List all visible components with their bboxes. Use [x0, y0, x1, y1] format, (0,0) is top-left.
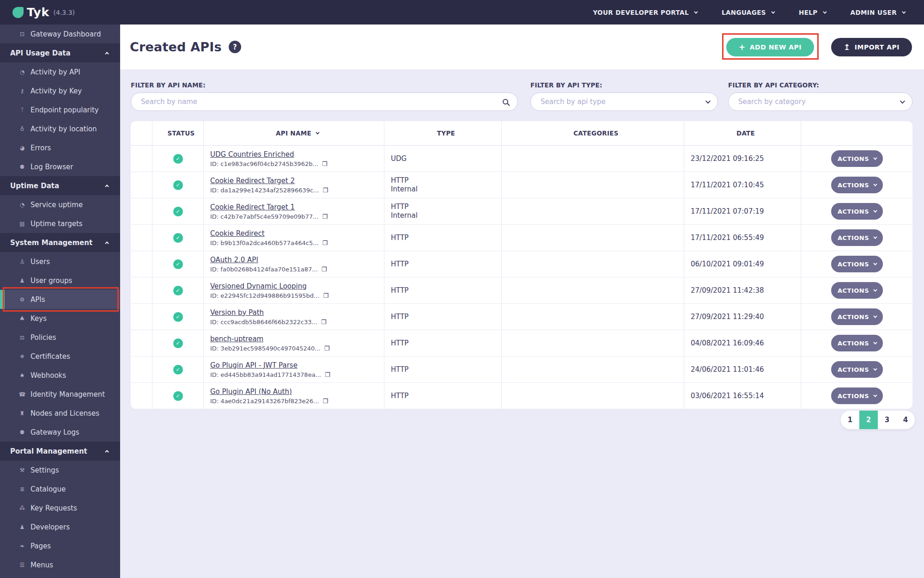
actions-button[interactable]: ACTIONS [831, 229, 883, 246]
sidebar-header-uptime-data[interactable]: Uptime Data [0, 176, 120, 195]
sidebar-item-settings[interactable]: ⚒ Settings [0, 461, 120, 480]
sidebar-item-pages[interactable]: ❧ Pages [0, 536, 120, 555]
topbar-menu-languages[interactable]: LANGUAGES [722, 9, 774, 16]
actions-button[interactable]: ACTIONS [831, 177, 883, 193]
sidebar-header-portal-management[interactable]: Portal Management [0, 442, 120, 461]
sidebar-item-endpoint-popularity[interactable]: ᛉ Endpoint popularity [0, 100, 120, 119]
actions-button[interactable]: ACTIONS [831, 308, 883, 325]
actions-button[interactable]: ACTIONS [831, 335, 883, 351]
api-categories-cell [501, 198, 684, 224]
sidebar-item-activity-by-key[interactable]: ⚷ Activity by Key [0, 81, 120, 100]
sidebar-item-nodes-and-licenses[interactable]: ♜ Nodes and Licenses [0, 404, 120, 423]
sidebar-item-activity-by-location[interactable]: ♁ Activity by location [0, 119, 120, 138]
sidebar-item-users[interactable]: ♙ Users [0, 252, 120, 271]
status-active-icon: ✓ [173, 338, 183, 348]
table-icon: ▤ [18, 221, 26, 227]
column-status: STATUS [152, 121, 203, 145]
copy-icon[interactable]: ❐ [323, 187, 328, 194]
pagination-page-2[interactable]: 2 [859, 411, 878, 429]
sidebar: ⊡ Gateway Dashboard API Usage Data ◔ Act… [0, 25, 120, 578]
key-icon: ⚷ [18, 88, 26, 94]
topbar-menu-your-developer-portal[interactable]: YOUR DEVELOPER PORTAL [593, 9, 697, 16]
chevron-down-icon [705, 98, 711, 104]
actions-button[interactable]: ACTIONS [831, 256, 883, 272]
user-group-icon: ♟ [18, 524, 26, 530]
api-name-link[interactable]: Go Plugin API - JWT Parse [210, 361, 298, 369]
actions-button[interactable]: ACTIONS [831, 150, 883, 167]
api-type-cell: HTTP [384, 357, 501, 382]
api-name-link[interactable]: bench-uptream [210, 335, 263, 343]
tyk-logo[interactable]: Tyk [12, 6, 49, 19]
api-name-link[interactable]: Version by Path [210, 308, 264, 317]
api-name-link[interactable]: UDG Countries Enriched [210, 150, 294, 159]
sidebar-item-developers[interactable]: ♟ Developers [0, 517, 120, 536]
copy-icon[interactable]: ❐ [323, 292, 328, 299]
api-id-text: ID: e22945fc12d949886b91595bd... [210, 292, 319, 299]
pagination-page-3[interactable]: 3 [878, 411, 896, 429]
search-icon[interactable] [503, 99, 508, 105]
sidebar-item-catalogue[interactable]: ≣ Catalogue [0, 480, 120, 498]
api-type-cell: HTTP [384, 225, 501, 251]
sidebar-item-apis[interactable]: ⚙ APIs [0, 290, 120, 309]
chevron-up-icon [105, 450, 109, 454]
sidebar-item-uptime-targets[interactable]: ▤ Uptime targets [0, 214, 120, 233]
api-name-link[interactable]: Cookie Redirect Target 2 [210, 177, 295, 185]
copy-icon[interactable]: ❐ [322, 160, 328, 167]
chevron-up-icon [105, 184, 109, 188]
main-area: Created APIs ? + ADD NEW API ↥ IMPORT AP… [120, 25, 924, 578]
topbar-menu-help[interactable]: HELP [799, 9, 826, 16]
topbar-menu-admin-user[interactable]: ADMIN USER [851, 9, 905, 16]
api-type-cell: HTTP [384, 304, 501, 330]
user-group-icon: ♟ [18, 277, 26, 284]
api-id-text: ID: b9b13f0a2dca460b577a464c5... [210, 240, 319, 246]
sidebar-item-gateway-dashboard[interactable]: ⊡ Gateway Dashboard [0, 25, 120, 43]
actions-button[interactable]: ACTIONS [831, 203, 883, 220]
bug-icon: ⚉ [18, 429, 26, 436]
sidebar-header-api-usage-data[interactable]: API Usage Data [0, 43, 120, 62]
sidebar-item-key-requests[interactable]: ⁂ Key Requests [0, 498, 120, 517]
column-api-name[interactable]: API NAME [203, 121, 384, 145]
copy-icon[interactable]: ❐ [324, 345, 330, 352]
copy-icon[interactable]: ❐ [321, 319, 327, 326]
sidebar-item-keys[interactable]: ♣ Keys [0, 309, 120, 328]
sidebar-item-service-uptime[interactable]: ◔ Service uptime [0, 195, 120, 214]
api-type-select[interactable]: Search by api type [530, 92, 718, 111]
help-icon[interactable]: ? [229, 41, 241, 53]
sidebar-item-gateway-logs[interactable]: ⚉ Gateway Logs [0, 423, 120, 442]
sidebar-item-webhooks[interactable]: ♠ Webhooks [0, 366, 120, 385]
api-name-link[interactable]: Go Plugin API (No Auth) [210, 387, 292, 396]
copy-icon[interactable]: ❐ [322, 240, 328, 246]
column-categories: CATEGORIES [501, 121, 684, 145]
sidebar-item-user-groups[interactable]: ♟ User groups [0, 271, 120, 290]
actions-button[interactable]: ACTIONS [831, 387, 883, 404]
pagination-page-1[interactable]: 1 [841, 411, 859, 429]
sort-chevron-down-icon [316, 130, 319, 134]
pagination-page-4[interactable]: 4 [896, 411, 915, 429]
copy-icon[interactable]: ❐ [325, 371, 330, 378]
add-new-api-button[interactable]: + ADD NEW API [726, 38, 814, 56]
api-name-link[interactable]: Versioned Dynamic Looping [210, 282, 307, 290]
copy-icon[interactable]: ❐ [322, 213, 328, 220]
api-date-cell: 27/09/2021 11:29:40 [684, 304, 801, 330]
api-name-link[interactable]: OAuth 2.0 API [210, 256, 258, 264]
api-categories-cell [501, 146, 684, 172]
sidebar-item-activity-by-api[interactable]: ◔ Activity by API [0, 62, 120, 81]
sidebar-item-errors[interactable]: ◕ Errors [0, 138, 120, 157]
sidebar-item-menus[interactable]: ☰ Menus [0, 555, 120, 574]
api-name-link[interactable]: Cookie Redirect [210, 229, 265, 238]
import-api-button[interactable]: ↥ IMPORT API [831, 38, 912, 56]
sidebar-item-identity-management[interactable]: ☎ Identity Management [0, 385, 120, 404]
search-by-name-input[interactable] [141, 98, 503, 106]
sidebar-item-certificates[interactable]: ✵ Certificates [0, 347, 120, 366]
sidebar-item-log-browser[interactable]: ⚉ Log Browser [0, 157, 120, 176]
pie-chart-icon: ◔ [18, 69, 26, 75]
annotation-rect-add-api: + ADD NEW API [726, 38, 814, 56]
sidebar-item-policies[interactable]: ⚖ Policies [0, 328, 120, 347]
actions-button[interactable]: ACTIONS [831, 282, 883, 299]
actions-button[interactable]: ACTIONS [831, 361, 883, 378]
api-name-link[interactable]: Cookie Redirect Target 1 [210, 203, 295, 211]
copy-icon[interactable]: ❐ [323, 398, 328, 405]
api-category-select[interactable]: Search by category [728, 92, 912, 111]
copy-icon[interactable]: ❐ [322, 266, 327, 273]
sidebar-header-system-management[interactable]: System Management [0, 233, 120, 252]
